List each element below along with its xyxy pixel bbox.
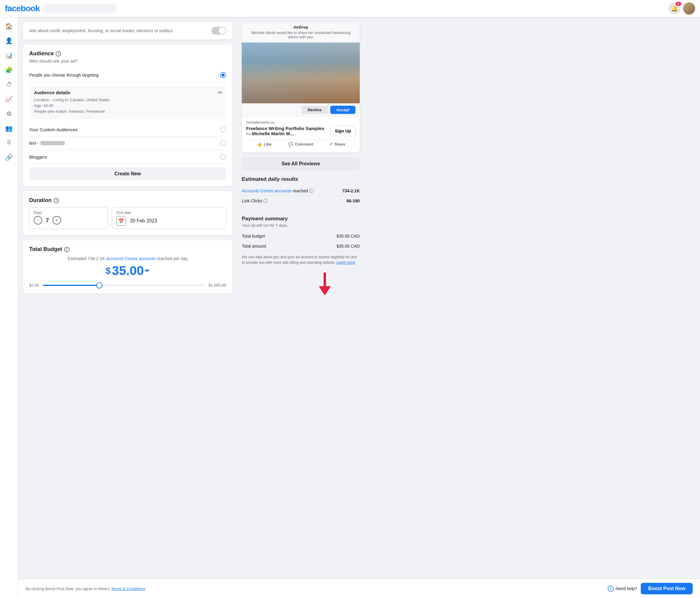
bloggers-radio[interactable] (220, 154, 226, 160)
comment-button[interactable]: 💬 Comment (282, 140, 319, 149)
audience-details-box: Audience details Location – Living in: C… (29, 86, 226, 119)
ad-actions: 👍 Like 💬 Comment ↗ Share (246, 139, 355, 149)
accounts-result-link[interactable]: Accounts Centre accounts (242, 189, 291, 193)
end-date-value: 20 Feb 2023 (130, 218, 157, 224)
budget-estimated: Estimated 734-2.1K Accounts Centre accou… (29, 256, 226, 261)
help-circle-icon: ? (608, 585, 614, 592)
calendar-button[interactable]: 📅 (116, 216, 126, 226)
accounts-result-label: Accounts Centre accounts reached i (242, 189, 314, 193)
accounts-link[interactable]: Accounts Centre accounts (106, 256, 155, 261)
custom-audiences-row[interactable]: Your Custom Audiences (29, 123, 226, 136)
airdrop-banner: AirDrop Michelle Martin would like to sh… (242, 22, 360, 43)
avatar (683, 2, 695, 15)
custom-audiences-label: Your Custom Audiences (29, 127, 78, 132)
duration-help-icon[interactable]: ? (53, 198, 59, 203)
ad-domain: michellemartin.co (246, 120, 355, 125)
custom-audiences-radio[interactable] (220, 126, 226, 132)
form-area: Ads about credit, employment, housing, o… (18, 17, 237, 598)
nav-left: facebook 🔍 (5, 4, 116, 14)
terms-link[interactable]: Terms & Conditions (111, 587, 145, 591)
budget-title: Total Budget ? (29, 246, 226, 252)
estimated-results: Estimated daily results Accounts Centre … (242, 176, 360, 206)
red-arrow-icon (317, 273, 342, 297)
days-decrease-button[interactable]: − (34, 216, 42, 225)
end-date-label: End date (116, 210, 222, 215)
arrow-container (242, 268, 360, 297)
targeting-label: People you choose through targeting (29, 73, 99, 77)
sidebar-item-home[interactable]: 🏠 (2, 20, 16, 33)
sidebar-item-apps[interactable]: ⠿ (2, 136, 16, 149)
end-date-row: 📅 20 Feb 2023 (116, 216, 222, 226)
boost-post-button[interactable]: Boost Post Now (641, 583, 693, 594)
airdrop-title: AirDrop (246, 25, 355, 29)
days-increase-button[interactable]: + (53, 216, 61, 225)
airdrop-actions: Decline Accept (242, 103, 360, 117)
test-audience-row[interactable]: test - (29, 136, 226, 150)
budget-edit-icon[interactable]: ✏ (145, 267, 149, 274)
like-button[interactable]: 👍 Like (246, 140, 282, 149)
total-amount-value: $35.00 CAD (336, 244, 360, 249)
search-input[interactable] (44, 4, 116, 14)
sidebar-item-link[interactable]: 🔗 (2, 151, 16, 164)
bloggers-row[interactable]: Bloggers (29, 150, 226, 164)
days-control: − 7 + (34, 216, 104, 225)
audience-edit-button[interactable]: ✏ (218, 89, 222, 96)
notification-button[interactable]: 🔔 8 (668, 2, 680, 15)
budget-slider: $2.00 $1,000.00 (29, 283, 226, 288)
sidebar-item-gaming[interactable]: ⏱ (2, 78, 16, 91)
ad-image (242, 43, 360, 103)
accept-button[interactable]: Accept (330, 106, 355, 114)
accounts-result-value: 734-2.1K (342, 189, 360, 193)
see-all-previews-button[interactable]: See All Previews (242, 157, 360, 170)
bloggers-label: Bloggers (29, 154, 47, 159)
total-budget-value: $35.00 CAD (336, 234, 360, 239)
audience-location: Location – Living in: Canada, United Sta… (34, 98, 221, 102)
targeting-radio[interactable] (220, 72, 226, 78)
accounts-result-row: Accounts Centre accounts reached i 734-2… (242, 186, 360, 196)
total-budget-row: Total budget $35.00 CAD (242, 231, 360, 241)
days-input: Days − 7 + (29, 207, 108, 229)
need-help-button[interactable]: ? Need help? (608, 585, 638, 592)
budget-help-icon[interactable]: ? (64, 247, 70, 252)
audience-interests: People who match: Interests: Freelancer (34, 109, 221, 114)
audience-details-title: Audience details (34, 90, 221, 95)
avatar-image (683, 2, 695, 15)
share-button[interactable]: ↗ Share (319, 140, 355, 149)
slider-track[interactable] (43, 285, 205, 286)
sidebar-item-groups[interactable]: 📈 (2, 92, 16, 106)
svg-marker-1 (319, 286, 331, 295)
sidebar-item-pages[interactable]: ⚙ (2, 107, 16, 120)
left-sidebar: 🏠 👤 📊 🧩 ⏱ 📈 ⚙ 👥 ⠿ 🔗 (0, 17, 18, 598)
targeting-option[interactable]: People you choose through targeting (29, 68, 226, 82)
sidebar-item-profile[interactable]: 👤 (2, 34, 16, 47)
learn-more-link[interactable]: Learn more (336, 260, 355, 265)
audience-age: Age: 18-45 (34, 103, 221, 108)
link-clicks-label: Link Clicks i (242, 198, 268, 203)
sidebar-item-marketplace[interactable]: 🧩 (2, 63, 16, 77)
decline-button[interactable]: Decline (301, 106, 327, 114)
duration-row: Days − 7 + End date 📅 20 Feb 2023 (29, 207, 226, 229)
budget-amount: $ 35.00 ✏ (29, 264, 226, 278)
preview-area: AirDrop Michelle Martin would like to sh… (237, 17, 365, 598)
test-radio[interactable] (220, 140, 226, 146)
total-amount-label: Total amount (242, 244, 266, 249)
disabled-toggle[interactable] (211, 27, 226, 35)
test-blurred-id (41, 141, 65, 145)
audience-help-icon[interactable]: ? (56, 51, 61, 56)
sidebar-item-watch[interactable]: 📊 (2, 49, 16, 62)
signup-button[interactable]: Sign Up (330, 126, 355, 136)
divider (242, 212, 360, 212)
sidebar-item-friends[interactable]: 👥 (2, 122, 16, 135)
ad-content: michellemartin.co Freelance Writing Port… (242, 117, 360, 152)
days-label: Days (34, 210, 104, 215)
duration-card: Duration ? Days − 7 + End date 📅 20 (23, 191, 232, 235)
slider-fill (43, 285, 100, 286)
slider-thumb[interactable] (96, 282, 102, 289)
link-clicks-row: Link Clicks i 66-190 (242, 196, 360, 206)
accounts-info-icon[interactable]: i (309, 189, 314, 193)
create-new-button[interactable]: Create New (29, 168, 226, 180)
ad-image-overlay (242, 43, 360, 103)
link-clicks-info-icon[interactable]: i (264, 199, 268, 203)
total-budget-card: Total Budget ? Estimated 734-2.1K Accoun… (23, 240, 232, 294)
nav-right: 🔔 8 (668, 2, 695, 15)
